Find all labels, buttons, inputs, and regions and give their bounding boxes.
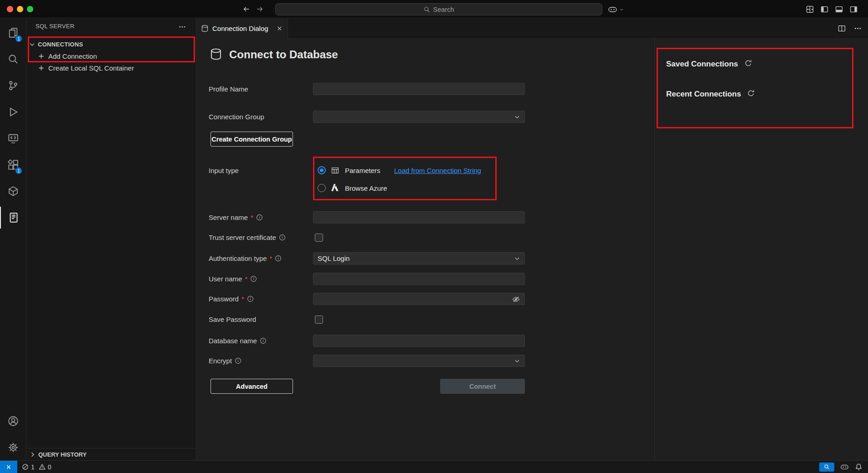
trust-server-certificate-checkbox[interactable] [315,234,323,242]
warning-icon [39,463,46,470]
refresh-icon[interactable] [747,89,755,97]
profile-name-input[interactable] [313,83,525,95]
database-icon [210,47,222,61]
trust-server-certificate-label: Trust server certificate [209,231,286,244]
copilot-status-icon[interactable] [840,463,849,471]
info-icon[interactable] [260,337,267,344]
info-icon[interactable] [247,295,254,302]
authentication-type-select[interactable]: SQL Login [313,252,525,264]
connection-group-select[interactable] [313,111,525,123]
sidebar: SQL SERVER CONNECTIONS Add Connection Cr… [26,18,196,460]
password-input[interactable] [313,293,525,305]
toggle-primary-sidebar-icon[interactable] [821,5,828,13]
azure-icon [330,183,339,192]
profile-name-label: Profile Name [209,83,248,95]
encrypt-select[interactable] [313,355,525,367]
encrypt-label: Encrypt [209,355,241,367]
parameters-radio-label[interactable]: Parameters [345,164,380,177]
chevron-right-icon [29,451,36,458]
more-actions-icon[interactable] [854,25,862,32]
copilot-icon [608,5,617,14]
explorer-badge: 1 [15,35,22,42]
tab-bar: Connection Dialog [196,18,868,39]
vscode-window: { "window": { "search_placeholder": "Sea… [0,0,868,473]
query-history-section-header[interactable]: QUERY HISTORY [26,448,196,460]
hide-password-icon[interactable] [512,295,520,303]
traffic-light-zoom[interactable] [27,6,33,12]
recent-connections-heading: Recent Connections [666,90,741,99]
parameters-radio[interactable] [318,166,326,174]
saved-connections-heading: Saved Connections [666,60,738,69]
tab-connection-dialog[interactable]: Connection Dialog [196,18,288,39]
error-count: 1 [31,463,35,471]
connection-group-label: Connection Group [209,111,264,123]
required-marker: * [251,214,253,221]
containers-icon[interactable] [0,180,26,202]
required-marker: * [245,275,247,283]
info-icon[interactable] [275,255,282,262]
forward-icon[interactable] [256,5,263,13]
close-icon[interactable] [276,25,283,32]
server-name-input[interactable] [313,211,525,224]
connect-button[interactable]: Connect [440,379,525,394]
sidebar-title: SQL SERVER [36,18,74,35]
magnifier-icon [824,464,830,470]
authentication-type-label: Authentication type * [209,252,282,264]
refresh-icon[interactable] [744,59,752,67]
activity-bar: 1 1 [0,18,26,460]
sidebar-item-create-local-sql-container[interactable]: Create Local SQL Container [26,62,196,74]
info-icon[interactable] [279,234,286,241]
split-editor-icon[interactable] [838,25,846,32]
remote-icon [5,463,12,471]
search-placeholder: Search [433,6,454,13]
back-icon[interactable] [243,5,250,13]
save-password-checkbox[interactable] [315,315,323,324]
parameters-table-icon [331,167,339,174]
connections-section-header[interactable]: CONNECTIONS [26,38,196,50]
info-icon[interactable] [250,275,257,282]
chevron-down-icon [619,7,624,12]
database-name-label: Database name [209,335,267,347]
traffic-light-close[interactable] [7,6,13,12]
sidebar-item-add-connection[interactable]: Add Connection [26,50,196,62]
customize-layout-icon[interactable] [806,5,814,13]
password-label: Password * [209,293,254,305]
connection-dialog-webview: Connect to Database Profile Name Connect… [196,39,868,460]
user-name-input[interactable] [313,273,525,285]
explorer-icon[interactable]: 1 [0,22,26,44]
database-name-input[interactable] [313,335,525,347]
add-icon [38,65,45,71]
remote-explorer-icon[interactable] [0,127,26,149]
search-view-icon[interactable] [0,48,26,70]
remote-indicator[interactable] [0,461,17,473]
accounts-icon[interactable] [0,410,26,432]
sql-server-view-icon[interactable] [0,207,26,229]
browse-azure-radio-label[interactable]: Browse Azure [345,182,387,194]
zoom-status-button[interactable] [819,463,834,472]
search-icon [424,6,430,13]
user-name-label: User name * [209,273,257,285]
create-connection-group-button[interactable]: Create Connection Group [211,132,293,147]
chevron-down-icon [514,255,520,262]
page-title: Connect to Database [229,48,338,61]
info-icon[interactable] [235,357,241,364]
copilot-menu[interactable] [608,5,624,14]
toggle-panel-icon[interactable] [835,5,843,13]
settings-gear-icon[interactable] [0,437,26,458]
extensions-icon[interactable]: 1 [0,154,26,176]
warning-count: 0 [48,463,51,471]
run-debug-icon[interactable] [0,101,26,123]
source-control-icon[interactable] [0,75,26,97]
command-center-search[interactable]: Search [275,3,602,15]
advanced-button[interactable]: Advanced [211,379,293,394]
problems-status[interactable]: 1 0 [22,463,51,471]
tab-label: Connection Dialog [212,25,268,32]
editor-group: Connection Dialog Connect to Database Pr… [196,18,868,460]
more-actions-icon[interactable] [179,23,186,31]
browse-azure-radio[interactable] [318,184,326,192]
toggle-secondary-sidebar-icon[interactable] [850,5,858,13]
info-icon[interactable] [256,214,263,221]
load-from-connection-string-link[interactable]: Load from Connection String [394,164,481,177]
traffic-light-minimize[interactable] [17,6,23,12]
notifications-bell-icon[interactable] [855,463,863,471]
